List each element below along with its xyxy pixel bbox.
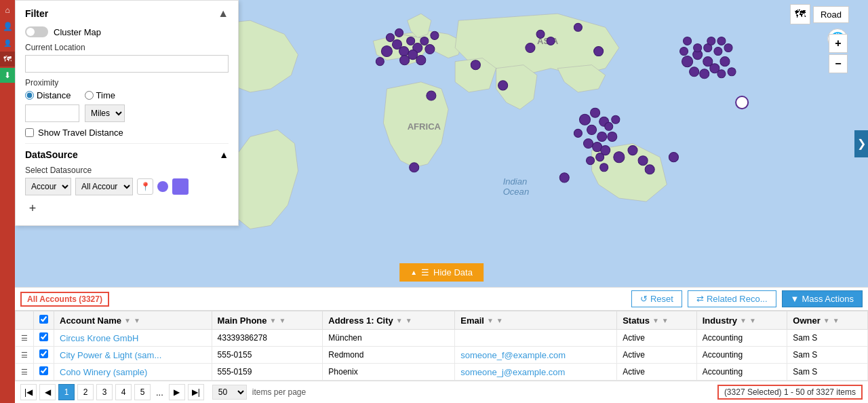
row-edit-icon[interactable]: ☰ — [16, 347, 34, 364]
email-link-2[interactable]: someone_j@example.com — [460, 367, 565, 377]
table-row: ☰ Coho Winery (sample) 555-0159 Phoenix … — [16, 364, 868, 381]
status-filter-icon[interactable]: ▼ — [662, 317, 669, 324]
current-location-input[interactable] — [25, 55, 229, 73]
account-name-header: Account Name ▼ ▼ — [54, 311, 212, 330]
row-edit-icon[interactable]: ☰ — [16, 364, 34, 381]
zoom-in-button[interactable]: + — [829, 34, 848, 53]
row-action-header — [16, 311, 34, 330]
main-phone-sort-icon[interactable]: ▼ — [270, 317, 277, 324]
all-accounts-badge[interactable]: All Accounts (3327) — [20, 292, 109, 307]
reset-icon: ↺ — [640, 294, 648, 304]
page-prev-button[interactable]: ◀ — [39, 384, 56, 400]
road-button[interactable]: Road — [813, 6, 849, 23]
travel-distance-checkbox[interactable] — [25, 128, 34, 137]
row-checkbox-2[interactable] — [39, 366, 48, 375]
add-datasource-button[interactable]: + — [25, 201, 40, 216]
email-filter-icon[interactable]: ▼ — [496, 317, 503, 324]
reset-button[interactable]: ↺ Reset — [631, 290, 682, 307]
filter-collapse-button[interactable]: ▲ — [218, 7, 229, 20]
industry-filter-icon[interactable]: ▼ — [749, 317, 756, 324]
table-row: ☰ City Power & Light (sam... 555-0155 Re… — [16, 347, 868, 364]
svg-point-62 — [728, 68, 736, 76]
svg-point-45 — [596, 153, 604, 161]
svg-point-19 — [427, 91, 436, 100]
map-view-icon[interactable]: 🗺 — [790, 4, 810, 24]
svg-point-5 — [381, 45, 392, 56]
svg-point-60 — [717, 37, 726, 45]
users-icon[interactable]: 👤 — [0, 19, 15, 34]
account-name-filter-icon[interactable]: ▼ — [134, 317, 140, 324]
svg-point-17 — [431, 31, 439, 39]
zoom-out-button[interactable]: − — [829, 54, 848, 73]
datasource-filter-select[interactable]: All Accour — [75, 178, 133, 195]
bottom-toolbar: All Accounts (3327) ↺ Reset ⇄ Related Re… — [15, 288, 868, 311]
email-sort-icon[interactable]: ▼ — [487, 317, 494, 324]
page-ellipsis: ... — [153, 387, 166, 398]
page-4-button[interactable]: 4 — [115, 384, 132, 400]
page-first-button[interactable]: |◀ — [20, 384, 37, 400]
account-name-cell: City Power & Light (sam... — [54, 347, 212, 364]
map-icon[interactable]: 🗺 — [0, 52, 15, 66]
status-sort-icon[interactable]: ▼ — [652, 317, 659, 324]
industry-sort-icon[interactable]: ▼ — [740, 317, 747, 324]
account-name-link-2[interactable]: Coho Winery (sample) — [60, 367, 147, 377]
checkbox-header — [34, 311, 54, 330]
account-icon[interactable]: 👤 — [0, 35, 15, 50]
page-last-button[interactable]: ▶| — [188, 384, 204, 400]
page-5-button[interactable]: 5 — [134, 384, 151, 400]
related-records-button[interactable]: ⇄ Related Reco... — [688, 290, 776, 307]
page-2-button[interactable]: 2 — [77, 384, 94, 400]
owner-sort-icon[interactable]: ▼ — [823, 317, 830, 324]
account-name-sort-icon[interactable]: ▼ — [124, 317, 131, 324]
svg-point-59 — [707, 37, 715, 45]
svg-point-8 — [407, 37, 415, 45]
per-page-select[interactable]: 50 25 100 — [212, 385, 247, 400]
datasource-collapse-button[interactable]: ▲ — [219, 149, 229, 160]
distance-input-row: Miles Km — [25, 104, 229, 122]
reset-label: Reset — [650, 294, 673, 304]
main-phone-cell: 43339386278 — [212, 330, 323, 347]
svg-point-29 — [614, 152, 625, 163]
proximity-label: Proximity — [25, 78, 229, 88]
mass-actions-button[interactable]: ▼ Mass Actions — [782, 290, 863, 307]
datasource-pin-icon[interactable]: 📍 — [137, 178, 153, 195]
account-name-link-1[interactable]: City Power & Light (sam... — [60, 350, 161, 360]
city-header: Address 1: City ▼ ▼ — [323, 311, 455, 330]
distance-unit-select[interactable]: Miles Km — [85, 104, 125, 122]
hide-data-button[interactable]: ▲ ☰ Hide Data — [399, 263, 484, 282]
select-all-checkbox[interactable] — [39, 315, 48, 324]
svg-point-34 — [591, 108, 600, 117]
owner-cell: Sam S — [787, 347, 868, 364]
email-link-1[interactable]: someone_f@example.com — [460, 350, 566, 360]
row-checkbox-1[interactable] — [39, 349, 48, 358]
svg-text:AFRICA: AFRICA — [408, 121, 441, 132]
filter-header: Filter ▲ — [25, 7, 229, 20]
page-next-button[interactable]: ▶ — [169, 384, 185, 400]
row-edit-icon[interactable]: ☰ — [16, 330, 34, 347]
distance-radio[interactable] — [25, 91, 34, 100]
time-radio[interactable] — [85, 91, 94, 100]
account-name-cell: Coho Winery (sample) — [54, 364, 212, 381]
row-checkbox-0[interactable] — [39, 332, 48, 341]
map-arrow-right[interactable]: ❯ — [854, 130, 868, 157]
cluster-map-toggle[interactable] — [25, 26, 48, 37]
owner-filter-icon[interactable]: ▼ — [833, 317, 840, 324]
datasource-type-select[interactable]: Accour — [25, 178, 71, 195]
email-label: Email — [460, 315, 484, 326]
svg-point-48 — [682, 56, 693, 67]
svg-point-12 — [408, 50, 418, 60]
email-cell: someone_f@example.com — [455, 347, 617, 364]
page-1-button[interactable]: 1 — [58, 384, 75, 400]
svg-point-18 — [376, 58, 384, 66]
home-icon[interactable]: ⌂ — [0, 3, 15, 18]
city-sort-icon[interactable]: ▼ — [396, 317, 403, 324]
city-filter-icon[interactable]: ▼ — [406, 317, 412, 324]
svg-point-36 — [587, 125, 597, 134]
svg-text:Indian: Indian — [503, 176, 528, 187]
account-name-link-0[interactable]: Circus Krone GmbH — [60, 333, 138, 343]
main-phone-filter-icon[interactable]: ▼ — [279, 317, 285, 324]
distance-value-input[interactable] — [25, 104, 79, 122]
page-3-button[interactable]: 3 — [96, 384, 113, 400]
main-phone-header: Main Phone ▼ ▼ — [212, 311, 323, 330]
download-icon[interactable]: ⬇ — [0, 68, 15, 83]
